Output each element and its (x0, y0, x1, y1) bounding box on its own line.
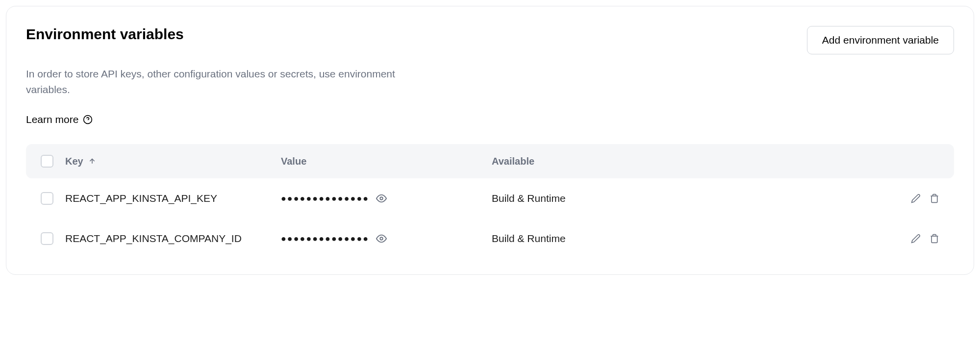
row-checkbox[interactable] (41, 232, 53, 245)
row-checkbox[interactable] (41, 192, 53, 205)
row-actions (895, 194, 939, 203)
add-env-var-button[interactable]: Add environment variable (807, 26, 954, 54)
row-check-col (41, 192, 65, 205)
table-row: REACT_APP_KINSTA_COMPANY_ID ●●●●●●●●●●●●… (26, 219, 954, 259)
row-actions (895, 234, 939, 244)
svg-point-3 (380, 197, 383, 200)
table-row: REACT_APP_KINSTA_API_KEY ●●●●●●●●●●●●●● … (26, 178, 954, 219)
header-check-col (41, 155, 65, 168)
header-row: Environment variables Add environment va… (26, 26, 954, 54)
trash-icon[interactable] (930, 234, 939, 244)
row-check-col (41, 232, 65, 245)
sort-up-icon (88, 157, 96, 165)
svg-point-4 (380, 237, 383, 240)
header-key[interactable]: Key (65, 156, 281, 167)
header-left: Environment variables (26, 26, 184, 52)
row-key: REACT_APP_KINSTA_COMPANY_ID (65, 233, 281, 244)
section-description: In order to store API keys, other config… (26, 66, 399, 97)
learn-more-link[interactable]: Learn more (26, 114, 93, 125)
header-value: Value (281, 156, 492, 167)
help-icon (82, 114, 93, 125)
header-available: Available (492, 156, 895, 167)
learn-more-label: Learn more (26, 114, 78, 125)
header-key-label: Key (65, 156, 83, 167)
trash-icon[interactable] (930, 194, 939, 203)
reveal-value-icon[interactable] (376, 233, 387, 244)
edit-icon[interactable] (911, 194, 921, 203)
row-value: ●●●●●●●●●●●●●● (281, 193, 492, 204)
section-title: Environment variables (26, 26, 184, 43)
row-available: Build & Runtime (492, 233, 895, 244)
env-vars-table: Key Value Available REACT_APP_KINSTA_API… (26, 144, 954, 259)
row-value: ●●●●●●●●●●●●●● (281, 233, 492, 244)
env-vars-card: Environment variables Add environment va… (6, 6, 974, 275)
row-key: REACT_APP_KINSTA_API_KEY (65, 193, 281, 204)
masked-value: ●●●●●●●●●●●●●● (281, 234, 369, 244)
select-all-checkbox[interactable] (41, 155, 53, 168)
masked-value: ●●●●●●●●●●●●●● (281, 194, 369, 204)
edit-icon[interactable] (911, 234, 921, 244)
row-available: Build & Runtime (492, 193, 895, 204)
table-header: Key Value Available (26, 144, 954, 178)
reveal-value-icon[interactable] (376, 193, 387, 204)
